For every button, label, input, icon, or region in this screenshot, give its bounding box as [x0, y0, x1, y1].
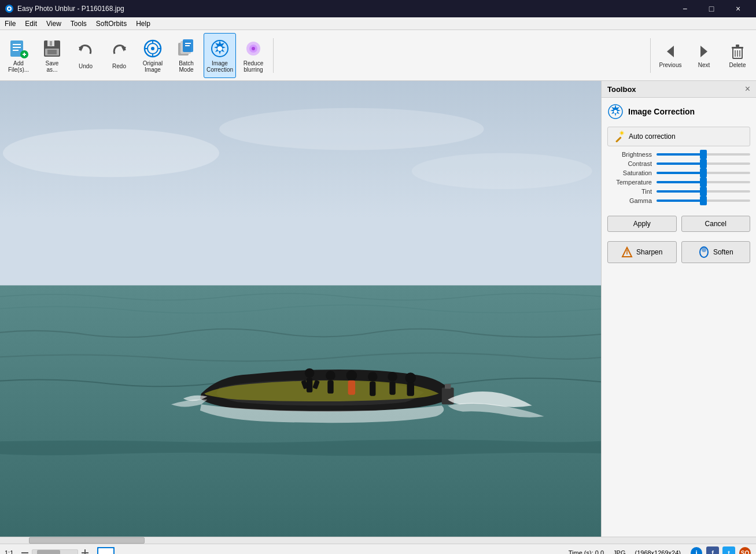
- sliders-container: Brightness Contrast Saturation: [607, 151, 750, 206]
- add-file-icon: [8, 38, 29, 59]
- soften-icon: [698, 246, 710, 258]
- svg-rect-12: [50, 41, 52, 46]
- canvas-area[interactable]: [0, 81, 601, 537]
- redo-button[interactable]: Redo: [103, 33, 135, 78]
- gamma-slider[interactable]: [657, 200, 750, 202]
- save-as-label: Saveas...: [46, 60, 59, 73]
- minimize-button[interactable]: −: [672, 0, 698, 17]
- tint-slider[interactable]: [657, 190, 750, 193]
- horizontal-scrollbar-thumb[interactable]: [29, 537, 145, 544]
- previous-label: Previous: [659, 62, 682, 68]
- zoom-out-icon[interactable]: [20, 548, 29, 555]
- toolbox-close-button[interactable]: ×: [745, 84, 750, 94]
- svg-rect-23: [185, 43, 191, 44]
- batch-mode-button[interactable]: BatchMode: [170, 33, 202, 78]
- menu-softorbits[interactable]: SoftOrbits: [91, 19, 131, 29]
- titlebar: Easy Photo Unblur - P1160168.jpg − □ ×: [0, 0, 756, 17]
- menu-view[interactable]: View: [42, 19, 66, 29]
- apply-button[interactable]: Apply: [607, 216, 677, 232]
- svg-point-29: [252, 47, 255, 50]
- contrast-slider[interactable]: [657, 162, 750, 165]
- next-icon: [695, 42, 713, 61]
- svg-rect-67: [21, 552, 28, 553]
- sharpen-soften-row: Sharpen Soften: [607, 241, 750, 263]
- previous-button[interactable]: Previous: [654, 33, 687, 78]
- time-label: Time (s): 0.0: [569, 549, 604, 555]
- tint-label: Tint: [607, 188, 657, 195]
- softorbits-icon[interactable]: SO: [739, 546, 751, 555]
- svg-rect-6: [13, 50, 19, 51]
- sharpen-label: Sharpen: [636, 248, 662, 256]
- menu-file[interactable]: File: [0, 19, 20, 29]
- toolbox-panel: Toolbox × Image Correction Au: [601, 81, 756, 537]
- menu-edit[interactable]: Edit: [20, 19, 42, 29]
- redo-icon: [109, 41, 130, 62]
- delete-icon: [728, 42, 747, 61]
- photo-canvas: [0, 81, 601, 537]
- add-files-button[interactable]: AddFile(s)...: [2, 33, 35, 78]
- dimensions-label: (1968x1269x24): [635, 549, 681, 555]
- svg-point-47: [326, 371, 335, 381]
- toolbar-separator-1: [273, 38, 274, 73]
- image-correction-section-header: Image Correction: [607, 104, 750, 120]
- auto-correction-button[interactable]: Auto correction: [607, 127, 750, 146]
- apply-cancel-row: Apply Cancel: [607, 216, 750, 232]
- horizontal-scrollbar[interactable]: [0, 537, 756, 544]
- svg-rect-52: [370, 382, 375, 396]
- temperature-row: Temperature: [607, 179, 750, 186]
- brightness-label: Brightness: [607, 151, 657, 158]
- toolbox-header: Toolbox ×: [602, 81, 756, 98]
- save-as-button[interactable]: Saveas...: [36, 33, 68, 78]
- next-label: Next: [698, 62, 710, 68]
- facebook-icon[interactable]: f: [706, 546, 719, 555]
- undo-icon: [75, 41, 96, 62]
- cancel-button[interactable]: Cancel: [681, 216, 751, 232]
- svg-rect-61: [615, 136, 622, 142]
- delete-button[interactable]: Delete: [721, 33, 754, 78]
- svg-rect-14: [47, 50, 57, 54]
- zoom-controls: [20, 548, 90, 555]
- saturation-slider[interactable]: [657, 172, 750, 174]
- temperature-slider[interactable]: [657, 181, 750, 183]
- statusbar: 1:1 Time (s): 0.0 JPG (1968x1269x24) i: [0, 544, 756, 554]
- svg-rect-54: [389, 382, 395, 395]
- maximize-button[interactable]: □: [698, 0, 725, 17]
- svg-rect-5: [13, 47, 21, 48]
- app-icon: [5, 4, 14, 13]
- delete-label: Delete: [729, 62, 746, 68]
- toolbar: AddFile(s)... Saveas... Undo Redo: [0, 30, 756, 81]
- statusbar-right: Time (s): 0.0 JPG (1968x1269x24) i f t S…: [569, 546, 751, 555]
- svg-point-39: [3, 129, 219, 177]
- menu-help[interactable]: Help: [131, 19, 155, 29]
- gamma-row: Gamma: [607, 197, 750, 204]
- blur-icon: [243, 38, 264, 59]
- statusbar-scrollbar[interactable]: [32, 549, 78, 555]
- info-icon[interactable]: i: [690, 546, 703, 555]
- image-correction-button[interactable]: ImageCorrection: [204, 33, 236, 78]
- twitter-icon[interactable]: t: [722, 546, 735, 555]
- svg-text:i: i: [695, 549, 698, 555]
- contrast-label: Contrast: [607, 160, 657, 167]
- batch-icon: [176, 38, 197, 59]
- menu-tools[interactable]: Tools: [66, 19, 91, 29]
- brightness-slider[interactable]: [657, 153, 750, 156]
- original-image-button[interactable]: OriginalImage: [137, 33, 169, 78]
- soften-label: Soften: [713, 248, 733, 256]
- reduce-blurring-button[interactable]: Reduceblurring: [237, 33, 270, 78]
- format-label: JPG: [613, 549, 625, 555]
- image-correction-title: Image Correction: [628, 107, 695, 116]
- time-text: Time (s):: [569, 549, 593, 555]
- svg-text:SO: SO: [741, 550, 750, 555]
- save-icon: [42, 38, 62, 59]
- close-button[interactable]: ×: [725, 0, 751, 17]
- titlebar-left: Easy Photo Unblur - P1160168.jpg: [5, 4, 124, 13]
- svg-rect-4: [13, 44, 21, 45]
- sharpen-button[interactable]: Sharpen: [607, 241, 677, 263]
- svg-point-19: [151, 47, 154, 50]
- svg-marker-31: [700, 46, 707, 57]
- undo-button[interactable]: Undo: [69, 33, 102, 78]
- soften-button[interactable]: Soften: [681, 241, 751, 263]
- next-button[interactable]: Next: [688, 33, 720, 78]
- zoom-in-icon[interactable]: [80, 548, 90, 555]
- saturation-row: Saturation: [607, 169, 750, 176]
